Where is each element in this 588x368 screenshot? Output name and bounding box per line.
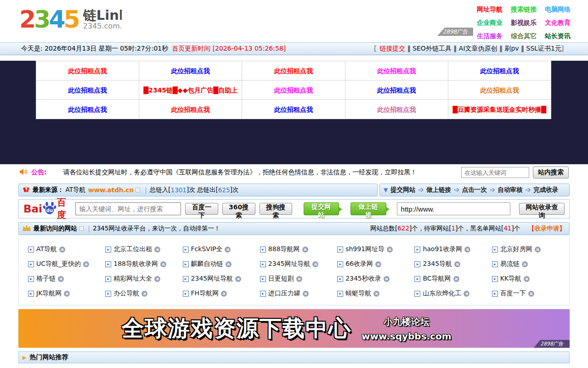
archive-icon[interactable]: a xyxy=(453,276,459,282)
quick-link[interactable]: SSL证书1元 xyxy=(526,45,561,52)
inclusion-query-button[interactable]: 网站收录查询 xyxy=(519,203,565,215)
archive-icon[interactable]: a xyxy=(522,261,528,267)
ad-slot-link[interactable]: 此位招租点我 xyxy=(377,106,416,113)
ad-slot-link[interactable]: 此位招租点我 xyxy=(274,106,313,113)
archive-icon[interactable]: a xyxy=(58,276,64,282)
web-search-input[interactable] xyxy=(75,202,181,215)
category-link[interactable]: 站长资讯 xyxy=(545,32,571,40)
archive-icon[interactable]: a xyxy=(528,291,534,297)
category-link[interactable]: 文化教育 xyxy=(545,19,571,27)
ad-slot-link[interactable]: 此位招租点我 xyxy=(68,67,107,75)
source-site[interactable]: AT导航 xyxy=(66,186,85,194)
site-link[interactable]: UC导航_更快的 xyxy=(36,260,81,268)
external-link-icon[interactable]: › xyxy=(79,226,84,231)
site-link[interactable]: 888导航网 xyxy=(268,245,300,253)
make-link-button[interactable]: 做上链接 xyxy=(351,202,386,215)
archive-icon[interactable]: a xyxy=(225,247,231,253)
site-link[interactable]: 进口压力罐 xyxy=(268,289,300,298)
archive-icon[interactable]: a xyxy=(64,291,70,297)
ad-slot-link[interactable]: █2345链█◆◆包月广告█自助上 xyxy=(143,86,237,94)
archive-icon[interactable]: a xyxy=(154,276,160,282)
archive-icon[interactable]: a xyxy=(303,291,309,297)
site-link[interactable]: sh991网址导 xyxy=(345,245,384,253)
archive-icon[interactable]: a xyxy=(384,276,390,282)
archive-icon[interactable]: a xyxy=(524,276,530,282)
category-link[interactable]: 影视娱乐 xyxy=(511,19,537,27)
archive-icon[interactable]: a xyxy=(464,291,469,297)
archive-icon[interactable]: a xyxy=(296,276,302,282)
archive-icon[interactable]: a xyxy=(154,247,160,253)
external-link-icon[interactable]: › xyxy=(136,188,140,192)
search-engine-button[interactable]: 百度一下 xyxy=(185,203,218,215)
site-link[interactable]: 办公导航 xyxy=(113,289,139,298)
category-link[interactable]: 电脑网络 xyxy=(545,6,571,14)
site-link[interactable]: JK导航网 xyxy=(36,289,62,298)
archive-icon[interactable]: a xyxy=(312,261,318,267)
site-link[interactable]: 北京好房网 xyxy=(500,245,532,253)
archive-icon[interactable]: a xyxy=(160,261,166,267)
site-link[interactable]: 188导航收录网 xyxy=(113,260,158,268)
site-link[interactable]: FckSVIP全 xyxy=(191,245,223,253)
category-link[interactable]: 综合其它 xyxy=(511,32,537,40)
archive-icon[interactable]: a xyxy=(464,247,470,253)
site-link[interactable]: FH导航网 xyxy=(191,289,219,298)
ad-slot-link[interactable]: 此位招租点我 xyxy=(480,86,519,94)
ad-slot-link[interactable]: 此位招租点我 xyxy=(274,67,313,75)
step-link[interactable]: 自动审核 xyxy=(498,186,522,193)
site-link[interactable]: hao91收录网 xyxy=(423,245,462,253)
site-search-button[interactable]: 站内搜索 xyxy=(533,167,569,178)
ad-slot-link[interactable]: 此位招租点我 xyxy=(68,106,107,113)
quick-link[interactable]: 链接提交 xyxy=(379,45,405,52)
category-link[interactable]: 企业商业 xyxy=(477,19,503,27)
quick-link[interactable]: 刷pv xyxy=(504,45,519,52)
apply-inclusion-link[interactable]: 收录申请 xyxy=(535,224,560,232)
site-link[interactable]: BC导航网 xyxy=(423,275,451,283)
site-link[interactable]: KK导航 xyxy=(500,275,521,283)
site-link[interactable]: 日更短剧 xyxy=(268,275,294,283)
archive-icon[interactable]: a xyxy=(83,261,89,267)
ad-slot-link[interactable]: 此位招租点我 xyxy=(377,67,416,75)
ad-slot-link[interactable]: 此位招租点我 xyxy=(480,67,519,75)
archive-icon[interactable]: a xyxy=(375,261,381,267)
category-link[interactable]: 网址导航 xyxy=(477,6,503,14)
quick-link[interactable]: SEO外链工具 xyxy=(413,45,452,52)
url-input[interactable] xyxy=(397,202,510,215)
site-link[interactable]: AT导航 xyxy=(36,245,57,253)
site-link[interactable]: 格子链 xyxy=(36,275,56,283)
archive-icon[interactable]: a xyxy=(59,247,65,253)
site-link[interactable]: 2345秒收录 xyxy=(345,275,381,283)
site-logo[interactable]: 2345 链Link. 2345.com.hk xyxy=(19,6,133,33)
source-url-link[interactable]: www.atdh.cn xyxy=(88,186,134,194)
archive-icon[interactable]: a xyxy=(235,276,241,282)
archive-icon[interactable]: a xyxy=(302,247,308,253)
site-link[interactable]: 北京工位出租 xyxy=(113,245,152,253)
archive-icon[interactable]: a xyxy=(535,247,541,253)
site-link[interactable]: 精彩网址大全 xyxy=(113,275,152,283)
ad-slot-link[interactable]: █豆瓣资源采集送现金实时秒播█ xyxy=(453,106,547,113)
banner-ad-badge[interactable]: 2898广告 xyxy=(534,340,570,348)
site-search-input[interactable] xyxy=(461,167,529,178)
quick-link[interactable]: AI文章伪原创 xyxy=(459,45,498,52)
site-link[interactable]: 66收录网 xyxy=(345,260,373,268)
site-link[interactable]: 易流链 xyxy=(500,260,520,268)
ad-slot-link[interactable]: 此位招租点我 xyxy=(171,67,210,75)
site-link[interactable]: 2345导航 xyxy=(423,260,452,268)
archive-icon[interactable]: a xyxy=(226,261,232,267)
category-link[interactable]: 搜索链接 xyxy=(511,6,537,14)
site-link[interactable]: 麒麟自动链 xyxy=(191,260,223,268)
site-link[interactable]: 2345网址导航 xyxy=(268,260,311,268)
ad-slot-link[interactable]: 此位招租点我 xyxy=(377,86,416,94)
step-link[interactable]: 点击一次 xyxy=(462,186,487,193)
ad-slot-link[interactable]: 此位招租点我 xyxy=(68,86,107,94)
archive-icon[interactable]: a xyxy=(387,247,393,253)
step-link[interactable]: 完成收录 xyxy=(533,186,558,193)
step-link[interactable]: 提交网站 xyxy=(390,186,415,193)
step-link[interactable]: 做上链接 xyxy=(426,186,451,193)
site-link[interactable]: 山东欣烨化工 xyxy=(423,289,461,298)
category-link[interactable]: 生活服务 xyxy=(477,32,503,40)
bottom-banner[interactable]: 全球游戏资源下载中心 小九楼论坛 www.sqybbs.com 2898广告 xyxy=(18,309,570,348)
search-engine-button[interactable]: 搜狗搜索 xyxy=(260,203,292,215)
ad-slot-link[interactable]: 此位招租点我 xyxy=(171,106,210,113)
search-engine-button[interactable]: 360搜索 xyxy=(222,203,255,215)
site-link[interactable]: 蜻蜓导航 xyxy=(345,289,371,298)
